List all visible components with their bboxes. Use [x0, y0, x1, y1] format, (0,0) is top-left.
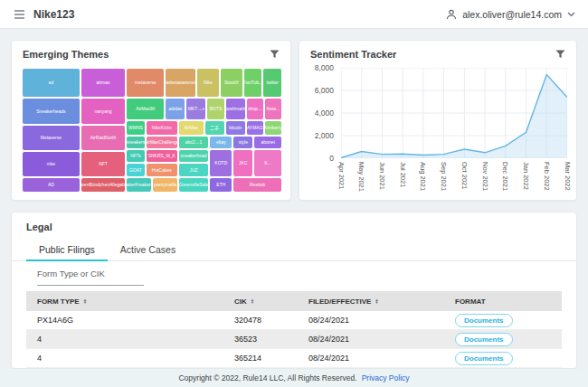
- header-cik[interactable]: CIK ▲▼: [223, 297, 298, 306]
- cell-cik: 365214: [223, 354, 298, 363]
- treemap-cell[interactable]: NFT: [81, 151, 126, 177]
- treemap-cell[interactable]: Keta...: [264, 98, 282, 120]
- filter-icon[interactable]: [270, 50, 280, 59]
- cell-filed: 08/24/2021: [298, 354, 444, 363]
- treemap-cell[interactable]: GOAT: [126, 163, 146, 178]
- sentiment-plot: [341, 68, 567, 158]
- treemap-cell[interactable]: NFTs: [126, 149, 146, 163]
- treemap-cell[interactable]: metaverse: [126, 68, 165, 98]
- x-tick-label: May 2021: [357, 162, 365, 192]
- documents-button[interactable]: Documents: [455, 352, 513, 365]
- treemap-cell[interactable]: poshmark: [225, 98, 246, 120]
- treemap-cell[interactable]: marketawareness: [165, 68, 196, 98]
- emerging-themes-treemap: adairmaxmetaversemarketawarenessNikeStoc…: [22, 68, 282, 193]
- cell-form-type: PX14A6G: [26, 316, 223, 325]
- sort-icon[interactable]: ▲▼: [251, 298, 254, 305]
- form-type-cik-label: Form Type or CIK: [37, 269, 144, 278]
- menu-icon[interactable]: [13, 8, 26, 21]
- treemap-cell[interactable]: K...: [253, 149, 282, 178]
- treemap-cell[interactable]: HotCakes: [146, 163, 178, 178]
- documents-button[interactable]: Documents: [455, 333, 513, 346]
- table-body: PX14A6G32047808/24/2021Documents43652308…: [26, 311, 562, 368]
- cell-form-type: 4: [26, 354, 223, 363]
- treemap-cell[interactable]: nike: [22, 151, 81, 177]
- legal-tabs: Public Filings Active Cases: [12, 240, 576, 261]
- x-tick-label: Nov 2021: [481, 162, 489, 191]
- treemap-cell[interactable]: SNKRS_M_K: [146, 149, 178, 163]
- treemap-cell[interactable]: AYMAG: [246, 120, 264, 136]
- y-tick-label: 0: [329, 154, 334, 163]
- treemap-cell[interactable]: Nike: [196, 68, 220, 98]
- table-header-row: FORM TYPE ▲▼ CIK ▲▼ FILED/EFFECTIVE ▲▼ F…: [26, 291, 562, 311]
- sentiment-tracker-card: Sentiment Tracker 8,0006,0004,0002,0000 …: [299, 40, 577, 201]
- treemap-cell[interactable]: Reebok: [232, 177, 282, 193]
- brand-title: Nike123: [33, 8, 74, 21]
- treemap-cell[interactable]: Sneakerheads: [22, 98, 81, 125]
- treemap-cell[interactable]: adidas: [165, 98, 185, 120]
- header-form-type[interactable]: FORM TYPE ▲▼: [26, 297, 223, 306]
- sentiment-chart: 8,0006,0004,0002,0000 Apr 2021May 2021Ju…: [308, 68, 569, 194]
- form-type-cik-input[interactable]: Form Type or CIK: [37, 269, 144, 286]
- treemap-cell[interactable]: airmax: [81, 68, 126, 98]
- treemap-cell[interactable]: SneakerFreakerFam: [126, 177, 152, 193]
- cell-form-type: 4: [26, 335, 223, 344]
- filter-icon[interactable]: [555, 50, 565, 59]
- treemap-cell[interactable]: MKT→+: [185, 98, 206, 120]
- treemap-cell[interactable]: abonet: [253, 136, 282, 149]
- treemap-cell[interactable]: AirMax: [178, 120, 204, 136]
- treemap-cell[interactable]: AirMaxChallenge: [146, 136, 178, 149]
- x-tick-label: Dec 2021: [501, 162, 509, 191]
- top-bar: Nike123 alex.oliver@rule14.com: [0, 0, 588, 29]
- treemap-cell[interactable]: GreenvilleSale: [178, 177, 210, 193]
- treemap-cell[interactable]: StockX: [220, 68, 243, 98]
- treemap-cell[interactable]: AirRaidNorth: [81, 125, 126, 151]
- user-email: alex.oliver@rule14.com: [462, 9, 562, 20]
- user-icon: [446, 9, 457, 20]
- tab-public-filings[interactable]: Public Filings: [26, 240, 108, 260]
- treemap-cell[interactable]: sneakerhead: [178, 149, 210, 163]
- treemap-cell[interactable]: abc2→1: [178, 136, 210, 149]
- tab-active-cases[interactable]: Active Cases: [108, 240, 188, 260]
- treemap-cell[interactable]: bitcoin: [225, 120, 246, 136]
- sort-icon[interactable]: ▲▼: [375, 298, 378, 305]
- treemap-cell[interactable]: sneakers: [126, 136, 146, 149]
- x-tick-label: Jul 2021: [399, 162, 407, 187]
- user-menu[interactable]: alex.oliver@rule14.com: [446, 9, 575, 20]
- treemap-cell[interactable]: KarenBündchenAllegation: [81, 177, 126, 193]
- treemap-cell[interactable]: JKC: [232, 149, 253, 178]
- treemap-cell[interactable]: yeezymafia: [152, 177, 178, 193]
- treemap-cell[interactable]: Kimberly: [264, 120, 282, 136]
- cell-filed: 08/24/2021: [298, 335, 444, 344]
- y-tick-label: 2,000: [315, 131, 334, 140]
- table-row: 436521408/24/2021Documents: [26, 349, 562, 368]
- x-tick-label: Jun 2021: [378, 162, 386, 190]
- header-format: FORMAT: [444, 297, 562, 306]
- treemap-cell[interactable]: twitter: [262, 68, 282, 98]
- header-filed-effective[interactable]: FILED/EFFECTIVE ▲▼: [298, 297, 444, 306]
- treemap-cell[interactable]: style: [232, 136, 253, 149]
- treemap-cell[interactable]: ETH: [209, 177, 232, 193]
- treemap-cell[interactable]: WMNS: [126, 120, 146, 136]
- treemap-cell[interactable]: ad: [22, 68, 81, 98]
- input-underline: [37, 285, 144, 286]
- treemap-cell[interactable]: YouTub...: [243, 68, 263, 98]
- treemap-cell[interactable]: BOTS: [206, 98, 224, 120]
- treemap-cell[interactable]: Metaverse: [22, 125, 81, 151]
- cell-format: Documents: [444, 314, 562, 327]
- treemap-cell[interactable]: AirMax90: [126, 98, 165, 120]
- treemap-cell[interactable]: shop...: [246, 98, 264, 120]
- treemap-cell[interactable]: ebay: [209, 136, 232, 149]
- sort-icon[interactable]: ▲▼: [83, 298, 87, 305]
- legal-card: Legal Public Filings Active Cases Form T…: [11, 212, 577, 369]
- privacy-policy-link[interactable]: Privacy Policy: [362, 373, 410, 382]
- treemap-cell[interactable]: KOTD: [209, 149, 232, 178]
- treemap-cell[interactable]: JUZ: [178, 163, 210, 178]
- copyright-text: Copyright © 2022, Rule14 LLC, All Rights…: [178, 373, 356, 382]
- treemap-cell[interactable]: AD: [22, 177, 81, 193]
- treemap-cell[interactable]: NikeKicks: [146, 120, 178, 136]
- x-tick-label: Sep 2021: [440, 162, 448, 191]
- footer: Copyright © 2022, Rule14 LLC, All Rights…: [0, 369, 588, 387]
- treemap-cell[interactable]: nanyang: [81, 98, 126, 125]
- documents-button[interactable]: Documents: [455, 314, 513, 327]
- treemap-cell[interactable]: 二手: [204, 120, 225, 136]
